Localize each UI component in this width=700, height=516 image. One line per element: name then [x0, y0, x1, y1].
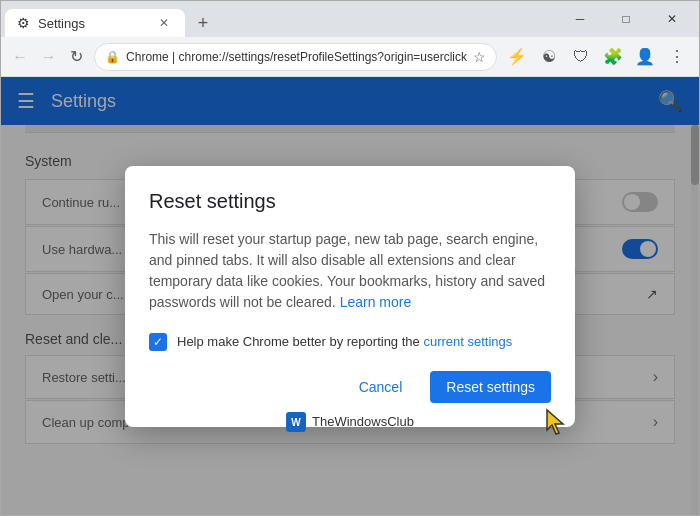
dialog-actions: Cancel Reset settings: [149, 371, 551, 403]
tab-title: Settings: [38, 16, 147, 31]
help-chrome-checkbox[interactable]: ✓: [149, 333, 167, 351]
profile-icon[interactable]: 👤: [631, 43, 659, 71]
minimize-button[interactable]: ─: [557, 1, 603, 37]
address-bar: ← → ↻ 🔒 Chrome | chrome://settings/reset…: [1, 37, 699, 77]
current-settings-link[interactable]: current settings: [423, 334, 512, 349]
performance-icon[interactable]: ⚡: [503, 43, 531, 71]
tabs-area: ⚙ Settings ✕ +: [1, 1, 553, 37]
tab-close-button[interactable]: ✕: [155, 14, 173, 32]
close-button[interactable]: ✕: [649, 1, 695, 37]
browser-window: ⚙ Settings ✕ + ─ □ ✕ ← → ↻ 🔒 Chrome | ch…: [0, 0, 700, 516]
svg-text:W: W: [291, 417, 301, 428]
yin-yang-icon[interactable]: ☯: [535, 43, 563, 71]
dialog-checkbox-row: ✓ Help make Chrome better by reporting t…: [149, 333, 551, 351]
puzzle-icon[interactable]: 🧩: [599, 43, 627, 71]
reset-settings-dialog: Reset settings This will reset your star…: [125, 166, 575, 427]
learn-more-link[interactable]: Learn more: [340, 294, 412, 310]
watermark-text: TheWindowsClub: [312, 414, 414, 429]
watermark: W TheWindowsClub: [286, 412, 414, 432]
cancel-button[interactable]: Cancel: [343, 371, 419, 403]
page-content: ☰ Settings 🔍 System Continue ru... Use h…: [1, 77, 699, 515]
active-tab[interactable]: ⚙ Settings ✕: [5, 9, 185, 37]
title-bar: ⚙ Settings ✕ + ─ □ ✕: [1, 1, 699, 37]
maximize-button[interactable]: □: [603, 1, 649, 37]
mouse-cursor: [545, 408, 569, 440]
new-tab-button[interactable]: +: [189, 9, 217, 37]
svg-marker-2: [547, 410, 563, 434]
window-controls: ─ □ ✕: [553, 1, 699, 37]
dialog-body: This will reset your startup page, new t…: [149, 229, 551, 313]
extension-icon[interactable]: 🛡: [567, 43, 595, 71]
bookmark-icon[interactable]: ☆: [473, 49, 486, 65]
tab-favicon: ⚙: [17, 15, 30, 31]
url-bar[interactable]: 🔒 Chrome | chrome://settings/resetProfil…: [94, 43, 497, 71]
checkbox-label: Help make Chrome better by reporting the…: [177, 334, 551, 349]
reset-settings-button[interactable]: Reset settings: [430, 371, 551, 403]
back-button[interactable]: ←: [9, 43, 31, 71]
modal-overlay: Reset settings This will reset your star…: [1, 77, 699, 515]
dialog-title: Reset settings: [149, 190, 551, 213]
refresh-button[interactable]: ↻: [66, 43, 88, 71]
watermark-icon: W: [286, 412, 306, 432]
security-icon: 🔒: [105, 50, 120, 64]
toolbar-icons: ⚡ ☯ 🛡 🧩 👤 ⋮: [503, 43, 691, 71]
url-text: Chrome | chrome://settings/resetProfileS…: [126, 50, 467, 64]
menu-icon[interactable]: ⋮: [663, 43, 691, 71]
forward-button[interactable]: →: [37, 43, 59, 71]
